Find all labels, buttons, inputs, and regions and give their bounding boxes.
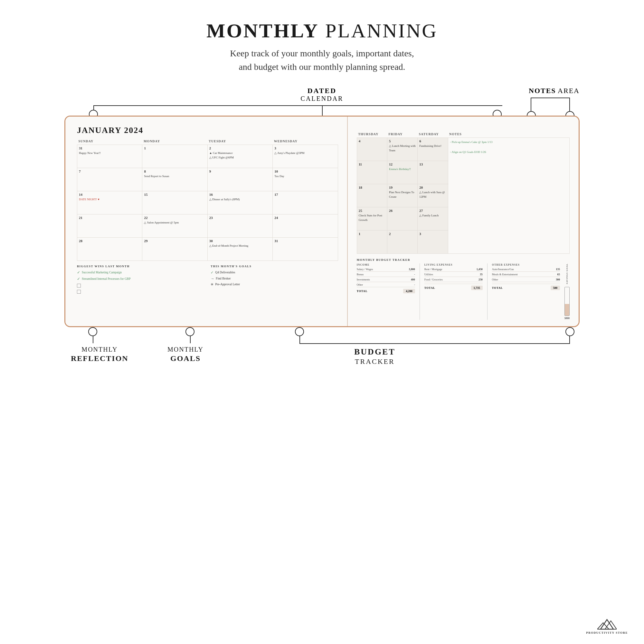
calendar-week-5: 28 29 30 End-of-Month Project Meeting 31 [77,238,338,261]
day-26: 26 [387,207,417,231]
win-text-1: Successful Marketing Campaign [82,270,122,274]
main-title: MONTHLY PLANNING [206,19,438,42]
savings-value: $800 [564,317,570,320]
budget-tracker-label: BUDGET TRACKER [354,346,395,366]
day-5: 5 Lunch Meeting with Team [387,138,417,161]
budget-other: OTHER EXPENSES Auto/Insurance/Gas 135 Me… [492,263,560,320]
col-thursday: THURSDAY [357,131,387,138]
day-9: 9 [207,168,272,191]
col-notes: NOTES [448,131,569,138]
budget-living: LIVING EXPENSES Rent / Mortgage 1,450 Ut… [424,263,483,320]
budget-income: INCOME Salary / Wages 3,800 Bonus - Inve… [357,263,415,320]
planner-notebook: JANUARY 2024 SUNDAY MONDAY TUESDAY WEDNE… [64,116,580,327]
day-1-mon: 1 [142,145,207,168]
month-title: JANUARY 2024 [77,126,338,135]
svg-marker-0 [601,620,613,629]
goal-icon-1: ✓ [211,270,213,275]
budget-investments-row: Investments 400 [357,278,415,282]
budget-living-other-row [424,283,483,284]
calendar-week-3: 14 DATE NIGHT! ♥ 15 16 Dinner at Sally's… [77,191,338,214]
goal-text-2: Find Broker [216,277,231,280]
day-2-tue: 2 Car Maintenance UFC Fight @6PM [207,145,272,168]
win-check-1: ✓ [77,270,80,275]
savings-bar-outer [564,287,570,316]
monthly-goals-label: THIS MONTH'S GOALS [211,265,338,268]
col-friday: FRIDAY [387,131,417,138]
win-item-1: ✓ Successful Marketing Campaign [77,270,204,275]
dated-calendar-label: DATED CALENDAR [301,87,344,102]
budget-other-empty-row [492,283,560,284]
goal-icon-3: ✳ [211,282,213,287]
savings-bar-fill [565,304,569,315]
monthly-reflection-label: MONTHLY REFLECTION [71,345,128,364]
notes-area-label: NOTES AREA [529,87,580,95]
day-27: 27 Family Lunch [418,207,448,231]
day-20: 20 Lunch with Sara @ 12PM [418,184,448,207]
day-22: 22 Salon Appointment @ 5pm [142,214,207,238]
win-item-3 [77,283,204,288]
page-header: MONTHLY PLANNING Keep track of your mont… [206,19,438,74]
day-10: 10 Tax Day [273,168,338,191]
goal-text-3: Pre-Approval Letter [215,282,240,286]
col-wednesday: WEDNESDAY [273,138,338,145]
other-label: OTHER EXPENSES [492,263,560,266]
budget-title: MONTHLY BUDGET TRACKER [357,258,570,261]
day-2-next: 2 [387,231,417,254]
win-item-4 [77,289,204,294]
budget-auto-row: Auto/Insurance/Gas 135 [492,268,560,272]
day-6: 6 Fundraising Drive! [418,138,448,161]
day-13: 13 [418,161,448,184]
day-8: 8 Send Report to Susan [142,168,207,191]
win-empty-3 [77,284,81,288]
budget-other-income-row: Other - [357,283,415,287]
goal-text-1: Q4 Deliverables [215,270,235,274]
living-label: LIVING EXPENSES [424,263,483,266]
goal-item-1: ✓ Q4 Deliverables [211,270,338,275]
day-11: 11 [357,161,387,184]
budget-section: MONTHLY BUDGET TRACKER INCOME Salary / W… [357,258,570,320]
calendar-right: THURSDAY FRIDAY SATURDAY NOTES 4 5 Lunch… [357,131,570,254]
win-empty-4 [77,290,81,294]
income-total-row: TOTAL 4,200 [357,288,415,293]
col-sunday: SUNDAY [77,138,142,145]
logo-text: PRODUCTIVITY STORE [586,631,628,634]
monthly-goals-section: THIS MONTH'S GOALS ✓ Q4 Deliverables → F… [211,265,338,296]
day-28: 28 [77,238,142,261]
day-25: 25 Check Stats for Post Growth [357,207,387,231]
day-7: 7 [77,168,142,191]
goal-item-3: ✳ Pre-Approval Letter [211,282,338,287]
day-29: 29 [142,238,207,261]
budget-meals-row: Meals & Entertainment 65 [492,273,560,277]
budget-bonus-row: Bonus - [357,273,415,277]
day-19: 19 Plan Next Designs To Create [387,184,417,207]
planner-left-panel: JANUARY 2024 SUNDAY MONDAY TUESDAY WEDNE… [65,117,348,326]
planner-right-panel: JANUARY 2024 THURSDAY FRIDAY SATURDAY NO… [348,117,579,326]
day-12: 12 Emma's Birthday!! [387,161,417,184]
goal-item-2: → Find Broker [211,277,338,280]
day-21: 21 [77,214,142,238]
budget-salary-row: Salary / Wages 3,800 [357,268,415,272]
day-1-next: 1 [357,231,387,254]
subtitle: Keep track of your monthly goals, import… [206,47,438,74]
win-item-2: ✓ Streamlined Internal Processes for GBP [77,277,204,281]
day-31-sun: 31 Happy New Year!! [77,145,142,168]
goal-icon-2: → [211,277,214,280]
col-tuesday: TUESDAY [207,138,272,145]
day-30: 30 End-of-Month Project Meeting [207,238,272,261]
win-text-2: Streamlined Internal Processes for GBP [82,277,130,281]
budget-groceries-row: Food / Groceries 250 [424,278,483,282]
income-label: INCOME [357,263,415,266]
calendar-week-1: 31 Happy New Year!! 1 2 Car Maintenance … [77,145,338,168]
day-3-wed: 3 Amy's Playdate @3PM [273,145,338,168]
day-3-next: 3 [418,231,448,254]
logo: PRODUCTIVITY STORE [586,617,628,634]
savings-goal: SAVINGS GOAL $800 [564,263,570,320]
day-4: 4 [357,138,387,161]
living-total-row: TOTAL 1,735 [424,285,483,290]
day-18: 18 [357,184,387,207]
budget-other-exp-row: Other 300 [492,278,560,282]
col-saturday: SATURDAY [418,131,448,138]
win-check-2: ✓ [77,277,80,281]
day-15: 15 [142,191,207,214]
savings-label: SAVINGS GOAL [566,263,568,284]
